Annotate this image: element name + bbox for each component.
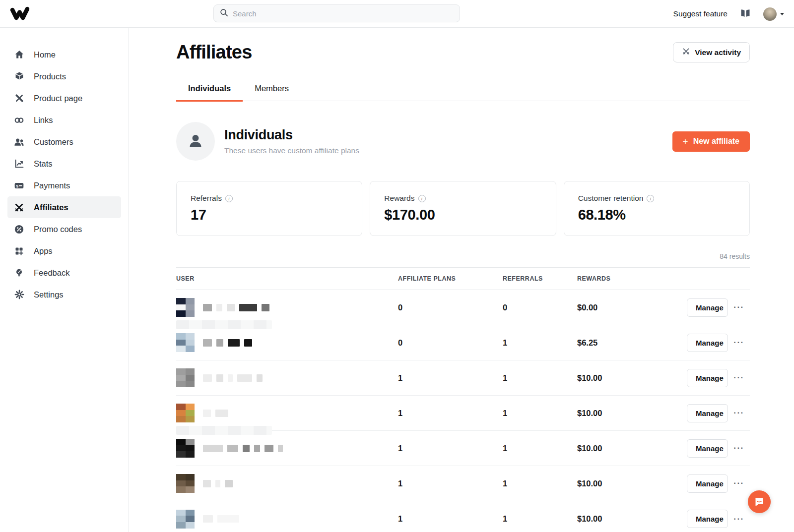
stat-card-referrals: Referrals i 17 — [176, 181, 362, 236]
info-icon[interactable]: i — [225, 195, 233, 202]
referrals-value: 1 — [503, 373, 577, 383]
stat-value: $170.00 — [384, 207, 541, 223]
user-avatar-redacted — [176, 404, 195, 422]
manage-button[interactable]: Manage — [687, 510, 728, 528]
user-cell — [176, 501, 398, 532]
suggest-feature-link[interactable]: Suggest feature — [673, 9, 728, 18]
section-title: Individuals — [224, 127, 672, 143]
table-row: 0 0 $0.00 Manage ··· — [176, 290, 750, 325]
more-options-button[interactable]: ··· — [728, 408, 750, 418]
user-cell — [176, 431, 398, 466]
user-cell — [176, 325, 398, 360]
affiliates-table: USER AFFILIATE PLANS REFERRALS REWARDS 0… — [176, 267, 750, 532]
user-name-redacted — [203, 339, 252, 347]
user-cell — [176, 290, 398, 325]
more-options-button[interactable]: ··· — [728, 443, 750, 453]
more-options-button[interactable]: ··· — [728, 514, 750, 524]
user-avatar-redacted — [176, 474, 195, 493]
user-cell — [176, 466, 398, 501]
sidebar-item-apps[interactable]: Apps — [0, 240, 129, 262]
manage-button[interactable]: Manage — [687, 369, 728, 387]
results-count: 84 results — [176, 252, 750, 260]
sidebar-item-affiliates[interactable]: Affiliates — [7, 196, 121, 218]
affiliate-plans-value: 0 — [398, 303, 503, 312]
affiliate-plans-value: 1 — [398, 514, 503, 524]
individuals-avatar — [176, 122, 215, 161]
new-affiliate-button[interactable]: + New affiliate — [672, 131, 750, 152]
manage-button[interactable]: Manage — [687, 474, 728, 493]
user-name-redacted — [203, 304, 269, 311]
sidebar-item-label: Links — [34, 116, 53, 125]
table-row: 1 1 $10.00 Manage ··· — [176, 396, 750, 431]
stat-value: 68.18% — [578, 207, 735, 223]
more-options-button[interactable]: ··· — [728, 478, 750, 488]
sidebar-item-feedback[interactable]: Feedback — [0, 262, 129, 284]
search-icon — [220, 8, 228, 19]
manage-button[interactable]: Manage — [687, 298, 728, 317]
affiliate-plans-value: 0 — [398, 338, 503, 348]
sidebar-item-payments[interactable]: $ Payments — [0, 175, 129, 196]
cube-icon — [14, 71, 24, 82]
section-subtitle: These users have custom affiliate plans — [224, 146, 672, 155]
column-header-referrals: REFERRALS — [503, 275, 577, 282]
view-activity-label: View activity — [695, 48, 741, 57]
search-box[interactable] — [213, 4, 460, 22]
referrals-value: 1 — [503, 514, 577, 524]
sidebar-item-stats[interactable]: Stats — [0, 153, 129, 175]
card-dollar-icon: $ — [14, 180, 24, 191]
rewards-value: $10.00 — [577, 479, 687, 488]
sidebar-item-label: Promo codes — [34, 225, 82, 234]
brand-logo-icon[interactable] — [10, 6, 30, 23]
stat-label: Customer retention — [578, 194, 644, 203]
account-menu[interactable] — [763, 7, 784, 21]
rewards-value: $10.00 — [577, 373, 687, 383]
chevron-down-icon — [780, 13, 784, 15]
info-icon[interactable]: i — [418, 195, 426, 202]
manage-button[interactable]: Manage — [687, 439, 728, 458]
docs-book-icon[interactable] — [740, 9, 750, 19]
crossed-swords-icon — [14, 202, 24, 213]
user-avatar-redacted — [176, 333, 195, 352]
user-email-redacted — [176, 426, 272, 435]
tab-individuals[interactable]: Individuals — [176, 84, 243, 101]
affiliate-plans-value: 1 — [398, 373, 503, 383]
page-title: Affiliates — [176, 42, 252, 63]
sidebar-item-label: Products — [34, 72, 66, 81]
sidebar-item-label: Stats — [34, 159, 53, 169]
referrals-value: 1 — [503, 444, 577, 453]
sidebar-item-label: Affiliates — [34, 203, 68, 212]
table-row: 1 1 $10.00 Manage ··· — [176, 360, 750, 396]
column-header-affiliate-plans: AFFILIATE PLANS — [398, 275, 503, 282]
sidebar-item-product-page[interactable]: Product page — [0, 87, 129, 109]
stats-cards: Referrals i 17 Rewards i $170.00 Custome… — [176, 181, 750, 236]
sidebar-item-promo-codes[interactable]: Promo codes — [0, 218, 129, 240]
stat-label: Referrals — [191, 194, 222, 203]
table-row: 1 1 $10.00 Manage ··· — [176, 466, 750, 501]
manage-button[interactable]: Manage — [687, 334, 728, 352]
column-header-rewards: REWARDS — [577, 275, 687, 282]
sidebar-item-links[interactable]: Links — [0, 109, 129, 131]
sidebar-item-settings[interactable]: Settings — [0, 284, 129, 305]
user-name-redacted — [203, 410, 228, 417]
sidebar-item-products[interactable]: Products — [0, 65, 129, 87]
more-options-button[interactable]: ··· — [728, 373, 750, 383]
tab-members[interactable]: Members — [243, 84, 301, 101]
percent-badge-icon — [14, 224, 24, 235]
info-icon[interactable]: i — [647, 195, 654, 202]
chat-widget-button[interactable] — [748, 490, 771, 513]
user-name-redacted — [203, 374, 263, 382]
chart-icon — [14, 159, 24, 169]
chat-bubble-icon — [753, 496, 765, 508]
view-activity-button[interactable]: View activity — [673, 42, 750, 62]
more-options-button[interactable]: ··· — [728, 302, 750, 312]
sidebar-item-label: Feedback — [34, 268, 69, 278]
search-input[interactable] — [233, 9, 454, 18]
table-row: 1 1 $10.00 Manage ··· — [176, 431, 750, 466]
sidebar-item-label: Product page — [34, 94, 82, 103]
sidebar-item-customers[interactable]: Customers — [0, 131, 129, 153]
sidebar-item-label: Settings — [34, 290, 64, 299]
sidebar-item-home[interactable]: Home — [0, 44, 129, 65]
manage-button[interactable]: Manage — [687, 404, 728, 422]
more-options-button[interactable]: ··· — [728, 338, 750, 348]
chain-link-icon — [14, 115, 24, 125]
